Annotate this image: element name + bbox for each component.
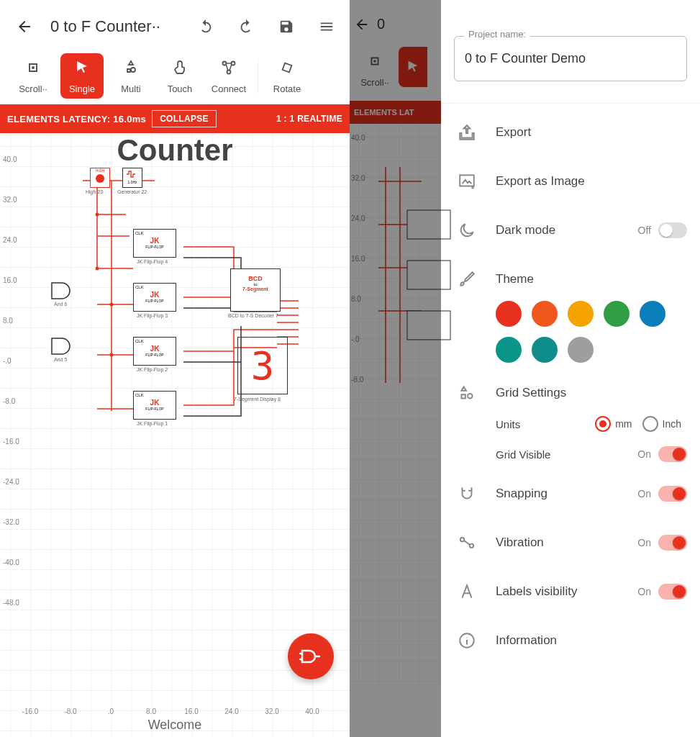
menu-button[interactable] <box>312 12 341 41</box>
undo-icon <box>197 19 214 35</box>
and5-label: And 5 <box>54 357 67 362</box>
jk2-label: JK Flip-Flop 2 <box>137 367 168 372</box>
touch-icon <box>170 58 190 78</box>
settings-drawer: Project name: Export Export as Image Dar… <box>441 0 700 737</box>
tool-rotate[interactable]: Rotate <box>263 53 312 99</box>
swatch-teal[interactable] <box>496 337 522 363</box>
high-component[interactable]: HIGH <box>90 168 110 188</box>
jk-flipflop-4[interactable]: CLKJKFLIP-FLOP <box>133 229 176 258</box>
svg-rect-5 <box>283 63 292 73</box>
collapse-button[interactable]: COLLAPSE <box>152 110 217 127</box>
dark-mode-label: Dark mode <box>496 223 622 238</box>
magnet-icon <box>454 481 480 507</box>
tool-single[interactable]: Single <box>60 53 104 99</box>
labels-state: On <box>637 586 651 597</box>
add-component-fab[interactable] <box>288 633 334 679</box>
snapping-switch[interactable] <box>658 486 687 502</box>
tool-scroll-label: Scroll·· <box>19 83 47 94</box>
swatch-grey[interactable] <box>568 337 594 363</box>
svg-point-1 <box>32 66 35 69</box>
bcd-label: BCD to 7-S Decoder 7 <box>228 313 278 318</box>
swatch-red[interactable] <box>496 301 522 327</box>
svg-point-4 <box>227 71 231 74</box>
mm-label: mm <box>615 418 632 430</box>
and-gate-6[interactable] <box>50 281 73 300</box>
svg-point-7 <box>96 267 99 271</box>
redo-button[interactable] <box>232 12 260 41</box>
vibration-icon <box>454 530 480 556</box>
grid-visible-row: Grid Visible On <box>454 439 687 469</box>
and-gate-5[interactable] <box>50 337 73 356</box>
vibration-label: Vibration <box>496 535 622 550</box>
generator-label: Generator 22 <box>117 189 147 194</box>
radio-mm[interactable] <box>595 416 611 432</box>
grid-visible-label: Grid Visible <box>496 448 637 461</box>
divider <box>441 103 700 104</box>
dark-mode-switch[interactable] <box>658 222 687 238</box>
grid-visible-switch[interactable] <box>658 446 687 462</box>
swatch-blue[interactable] <box>640 301 665 327</box>
tool-scroll[interactable]: Scroll·· <box>9 53 58 99</box>
swatch-orange[interactable] <box>532 301 558 327</box>
export-image-row[interactable]: Export as Image <box>454 157 687 206</box>
save-icon <box>278 19 294 35</box>
radio-inch[interactable] <box>642 416 658 432</box>
dark-mode-row: Dark mode Off <box>454 206 687 255</box>
x-axis: -16.0 -8.0 .0 8.0 16.0 24.0 32.0 40.0 <box>30 701 350 715</box>
redo-icon <box>237 19 255 35</box>
grid-settings-row: Grid Settings <box>454 368 687 409</box>
welcome-text: Welcome <box>148 718 202 733</box>
arrow-back-icon <box>16 18 33 35</box>
snapping-label: Snapping <box>496 487 622 501</box>
tool-multi[interactable]: Multi <box>106 53 155 99</box>
jk4-label: JK Flip-Flop 4 <box>137 259 168 264</box>
export-row[interactable]: Export <box>454 108 687 157</box>
labels-switch[interactable] <box>658 584 687 600</box>
tool-connect[interactable]: Connect <box>204 53 253 99</box>
jk-flipflop-3[interactable]: CLKJKFLIP-FLOP <box>133 283 176 312</box>
grid-visible-state: On <box>637 448 651 460</box>
labels-label: Labels visibility <box>496 584 622 599</box>
tool-multi-label: Multi <box>121 83 140 94</box>
canvas[interactable]: Counter 40.0 32.0 24.0 16.0 8.0 -.0 -8.0… <box>0 133 350 737</box>
swatch-amber[interactable] <box>568 301 594 327</box>
units-label: Units <box>496 418 595 430</box>
undo-button[interactable] <box>191 12 220 41</box>
project-name-input[interactable] <box>454 36 687 81</box>
generator-component[interactable]: 1.0Hz <box>122 168 142 188</box>
export-image-label: Export as Image <box>496 174 687 189</box>
text-icon <box>454 579 480 605</box>
tool-rotate-label: Rotate <box>273 83 301 94</box>
dark-mode-state: Off <box>638 225 651 236</box>
tool-connect-label: Connect <box>212 83 246 94</box>
vibration-switch[interactable] <box>658 535 687 551</box>
labels-row: Labels visibility On <box>454 567 687 616</box>
tool-single-label: Single <box>69 83 95 94</box>
y-axis: 40.0 32.0 24.0 16.0 8.0 -.0 -8.0 -16.0 -… <box>0 146 30 708</box>
editor-panel: 0 to F Counter·· Scroll·· Single Multi <box>0 0 350 737</box>
jk-flipflop-2[interactable]: CLKJKFLIP-FLOP <box>133 337 176 366</box>
information-label: Information <box>496 633 687 648</box>
latency-label: ELEMENTS LATENCY: <box>7 114 110 125</box>
svg-point-8 <box>110 303 114 307</box>
project-name-field[interactable]: Project name: <box>454 36 687 81</box>
swatch-cyan[interactable] <box>532 337 558 363</box>
export-label: Export <box>496 125 687 140</box>
swatch-green[interactable] <box>604 301 629 327</box>
latency-value: 16.0ms <box>113 114 146 125</box>
inch-label: Inch <box>663 418 681 430</box>
bcd-decoder[interactable]: BCD to 7-Segment <box>230 268 281 312</box>
seg7-label: 7-Segment Display 8 <box>234 397 281 402</box>
units-row: Units mm Inch <box>454 409 687 439</box>
project-name-label: Project name: <box>464 29 530 40</box>
circuit-diagram: HIGH High 23 1.0Hz Generator 22 CLKJKFLI… <box>40 168 313 477</box>
jk-flipflop-1[interactable]: CLKJKFLIP-FLOP <box>133 391 176 420</box>
information-row[interactable]: Information <box>454 616 687 665</box>
save-button[interactable] <box>272 12 301 41</box>
canvas-title: Counter <box>117 133 233 168</box>
back-button[interactable] <box>9 11 40 42</box>
seven-segment-display[interactable]: 3 <box>237 337 288 394</box>
info-icon <box>454 628 480 654</box>
export-icon <box>454 119 480 145</box>
tool-touch[interactable]: Touch <box>155 53 204 99</box>
